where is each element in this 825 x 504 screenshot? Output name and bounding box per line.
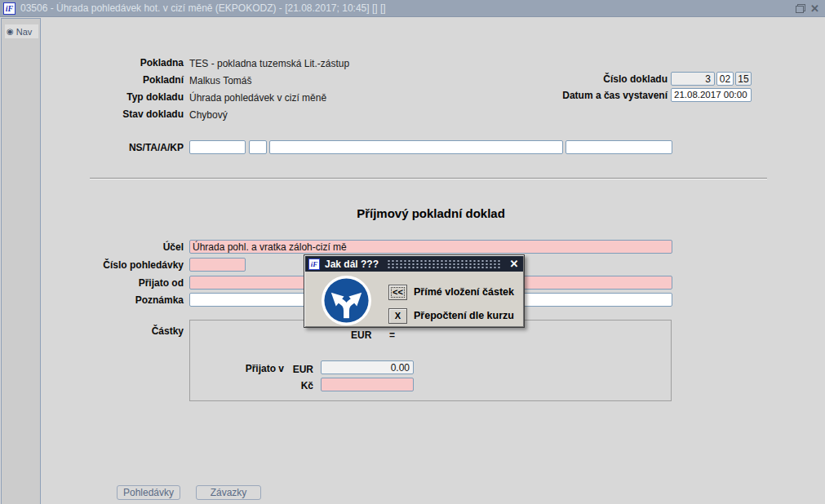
doc-number-part3-field[interactable]: 15	[735, 72, 752, 86]
castky-groupbox	[189, 320, 672, 401]
kp-field[interactable]	[566, 140, 672, 154]
pohledavky-button[interactable]: Pohledávky	[117, 485, 180, 500]
ns-field[interactable]	[189, 140, 246, 154]
doc-number-part2-field[interactable]: 02	[716, 72, 734, 86]
a-field[interactable]	[269, 140, 563, 154]
ta-field[interactable]	[249, 140, 267, 154]
dialog-close-icon[interactable]: ✕	[508, 258, 520, 270]
eur-row-label: EUR	[273, 364, 313, 375]
pokladni-label: Pokladní	[53, 74, 184, 86]
prime-vlozeni-label: Přímé vložení částek	[414, 286, 514, 298]
dialog-title: Jak dál ???	[325, 259, 379, 270]
application-window: iF 03506 - Úhrada pohledávek hot. v cizí…	[0, 0, 825, 504]
typ-dokladu-value: Úhrada pohledávek v cizí měně	[189, 92, 326, 104]
dialog-body: << Přímé vložení částek X Přepočtení dle…	[305, 272, 523, 326]
jak-dal-dialog: iF Jak dál ??? ✕ << Přímé vložení částek…	[304, 254, 525, 328]
prepocteni-kurzu-button[interactable]: X	[388, 308, 407, 324]
prijato-v-label: Přijato v	[202, 363, 284, 374]
cislo-dokladu-label: Číslo dokladu	[537, 73, 668, 85]
doc-number-main-field[interactable]: 3	[671, 72, 715, 86]
castky-currency-label: EUR	[351, 329, 371, 341]
datum-vystaveni-label: Datum a čas vystavení	[537, 90, 668, 101]
dialog-titlebar[interactable]: iF Jak dál ??? ✕	[305, 256, 523, 272]
sidebar-item-nav[interactable]: ◉ Nav	[5, 24, 38, 38]
cislo-pohledavky-field[interactable]	[189, 258, 246, 272]
prijato-eur-field[interactable]: 0.00	[321, 360, 414, 374]
restore-window-icon[interactable]	[796, 4, 805, 13]
pokladni-value: Malkus Tomáš	[189, 75, 251, 86]
prepocteni-kurzu-label: Přepočtení dle kurzu	[414, 310, 514, 321]
window-titlebar: iF 03506 - Úhrada pohledávek hot. v cizí…	[0, 0, 825, 17]
nav-radio-icon: ◉	[7, 28, 14, 36]
document-heading: Příjmový pokladní doklad	[189, 206, 672, 220]
stav-dokladu-value: Chybový	[189, 109, 228, 121]
typ-dokladu-label: Typ dokladu	[53, 91, 184, 103]
nav-label: Nav	[16, 27, 33, 37]
poznamka-label: Poznámka	[53, 294, 184, 306]
ucel-label: Účel	[53, 241, 184, 253]
prijato-kc-field[interactable]	[321, 378, 414, 391]
prijato-od-label: Přijato od	[53, 277, 184, 289]
kc-row-label: Kč	[273, 380, 313, 391]
app-logo-icon: iF	[3, 2, 16, 15]
cislo-pohledavky-label: Číslo pohledávky	[53, 259, 184, 271]
nav-sidebar: ◉ Nav	[1, 18, 41, 504]
close-window-icon[interactable]: ✕	[810, 3, 819, 14]
ucel-field[interactable]: Úhrada pohl. a vratka záloh-cizí mě	[189, 240, 672, 254]
pokladna-label: Pokladna	[53, 57, 184, 69]
window-title: 03506 - Úhrada pohledávek hot. v cizí mě…	[20, 2, 796, 14]
ns-ta-a-kp-label: NS/TA/A/KP	[53, 142, 184, 153]
pokladna-value: TES - pokladna tuzemská Lit.-zástup	[189, 58, 349, 69]
dialog-logo-icon: iF	[308, 259, 320, 270]
zavazky-button[interactable]: Závazky	[196, 485, 261, 500]
dialog-grip-texture	[387, 259, 502, 268]
stav-dokladu-label: Stav dokladu	[53, 108, 184, 120]
castky-equals-sign: =	[389, 329, 395, 341]
window-controls: ✕	[796, 3, 822, 14]
castky-label: Částky	[53, 325, 184, 337]
datum-vystaveni-field[interactable]: 21.08.2017 00:00	[671, 88, 752, 102]
prime-vlozeni-button[interactable]: <<	[388, 285, 407, 300]
direction-fork-sign-icon	[321, 275, 372, 326]
section-separator	[90, 178, 767, 179]
